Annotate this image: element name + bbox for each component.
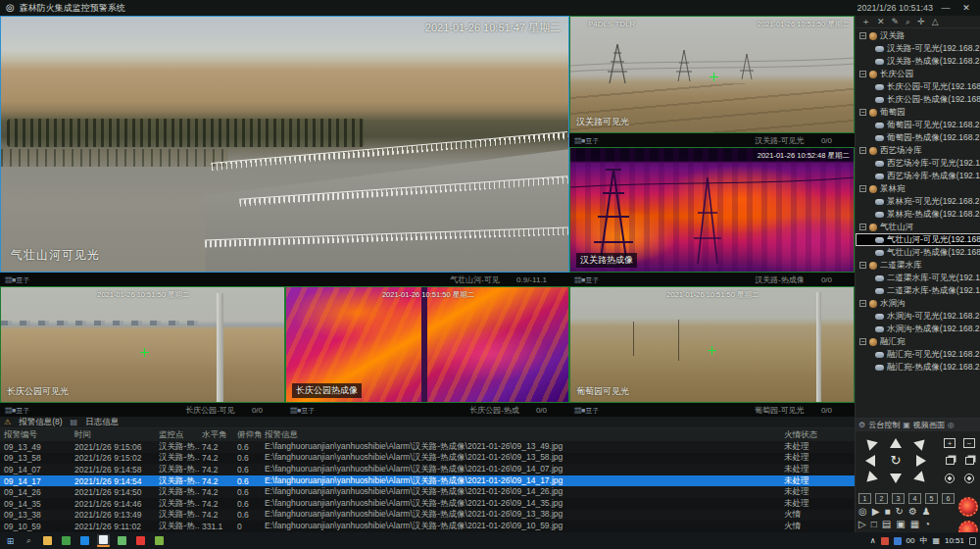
video-cell-cam5[interactable]: 2021-01-26 10:51:50 星期二 长庆公园热成像 ▦■亘子 长庆公… xyxy=(285,286,569,417)
collapse-icon[interactable]: − xyxy=(859,262,866,269)
tray-icon-red[interactable] xyxy=(881,537,889,545)
taskbar-app-blue[interactable] xyxy=(78,534,91,547)
tree-camera-item[interactable]: 二道渠水库-可见光(192.168.2.73) xyxy=(856,272,980,284)
ptz-right-button[interactable] xyxy=(916,455,926,467)
tree-camera-item[interactable]: 气壮山河-热成像(192.168.2.63) xyxy=(856,246,980,259)
cruise-start-icon[interactable]: ▶ xyxy=(872,506,880,518)
video-screen-cam6[interactable]: 2021-01-26 10:51:50 星期二 葡萄园可见光 xyxy=(569,286,855,403)
gear-icon[interactable]: ⚙ xyxy=(858,421,865,429)
zoom-in-button[interactable] xyxy=(946,457,955,465)
alarm-row-09_14_35[interactable]: 09_14_352021/1/26 9:14:46汉关路-热..74.20.6E… xyxy=(0,498,855,510)
snapshot-icon[interactable]: ▦ xyxy=(574,407,581,414)
start-button[interactable]: ⊞ xyxy=(4,534,17,547)
alarm-column-header[interactable]: 火情状态 xyxy=(784,429,855,441)
scan-icon[interactable]: ↻ xyxy=(895,506,903,518)
ptz-up-left-button[interactable] xyxy=(862,435,878,451)
preset-button-4[interactable]: 4 xyxy=(908,493,921,504)
cruise-stop-icon[interactable]: ■ xyxy=(884,506,890,518)
video-screen-cam4[interactable]: 2021-01-26 10:51:50 星期二 长庆公园可见光 xyxy=(0,286,285,403)
clock[interactable]: 10:51 xyxy=(945,536,964,545)
video-screen-cam5[interactable]: 2021-01-26 10:51:50 星期二 长庆公园热成像 xyxy=(285,286,569,403)
tree-group-4[interactable]: −景林宛 xyxy=(856,182,980,195)
tree-camera-item[interactable]: 景林宛-热成像(192.168.2.53) xyxy=(856,208,980,221)
touch-keyboard-icon[interactable]: ▦ xyxy=(932,536,940,545)
tree-group-7[interactable]: −水洞沟 xyxy=(856,297,980,310)
sub-stream-icon[interactable]: 子 xyxy=(592,137,599,144)
settings-icon[interactable]: ⚙ xyxy=(908,506,917,518)
taskbar-search-icon[interactable]: ⌕ xyxy=(23,534,35,547)
tree-camera-item[interactable]: 长庆公园-热成像(192.168.2.23) xyxy=(856,93,980,106)
taskbar-app-green2[interactable] xyxy=(116,534,128,547)
snapshot2-icon[interactable]: ▣ xyxy=(896,519,905,530)
taskbar-app-red[interactable] xyxy=(134,534,147,547)
video-cell-main[interactable]: 2021-01-26 10:51:47 星期二 气壮山河可见光 ▦■亘子 气壮山… xyxy=(0,16,569,286)
patrol-icon[interactable]: ♟ xyxy=(922,506,931,518)
tree-camera-item[interactable]: 葡萄园-可见光(192.168.2.33) xyxy=(856,119,980,131)
alarm-row-09_10_59[interactable]: 09_10_592021/1/26 9:11:02汉关路-热..331.10E:… xyxy=(0,521,855,532)
taskbar-app-active-monitor[interactable] xyxy=(97,534,110,547)
file-explorer-icon[interactable] xyxy=(41,534,54,547)
iris-open-button[interactable] xyxy=(945,474,955,483)
ptz-left-button[interactable] xyxy=(865,455,875,467)
preset-button-3[interactable]: 3 xyxy=(892,493,905,504)
snapshot-icon[interactable]: ▦ xyxy=(574,276,581,283)
ime-number-badge[interactable]: 00 xyxy=(906,536,915,545)
collapse-icon[interactable]: − xyxy=(859,71,866,77)
record-dot-icon[interactable]: ◎ xyxy=(948,421,955,429)
snapshot-icon[interactable]: ▦ xyxy=(574,137,581,144)
video-screen-main[interactable]: 2021-01-26 10:51:47 星期二 气壮山河可见光 xyxy=(0,16,569,273)
collapse-icon[interactable]: − xyxy=(859,185,866,192)
tree-camera-item[interactable]: 气壮山河-可见光(192.168.2.63) xyxy=(856,233,980,246)
sub-stream-icon[interactable]: 子 xyxy=(23,276,29,283)
taskbar-app-green[interactable] xyxy=(60,534,73,547)
schedule-icon[interactable]: ▦ xyxy=(910,519,919,530)
monitor-icon[interactable]: ▣ xyxy=(903,421,910,429)
alarm-row-09_13_58[interactable]: 09_13_582021/1/26 9:15:02汉关路-热..74.20.6E… xyxy=(0,453,855,465)
tree-camera-item[interactable]: 景林宛-可见光(192.168.2.53) xyxy=(856,195,980,208)
preset-button-6[interactable]: 6 xyxy=(942,493,955,504)
tab-log-info[interactable]: 日志信息 xyxy=(85,417,119,428)
tree-camera-item[interactable]: 西艺场冷库-可见光(192.168.2.43) xyxy=(856,157,980,170)
video-cell-cam3[interactable]: 2021-01-26 10:52:48 星期二 汉关路热成像 ▦■亘子 汉关路-… xyxy=(569,147,855,286)
ptz-down-left-button[interactable] xyxy=(862,471,878,486)
collapse-icon[interactable]: − xyxy=(859,338,866,345)
alarm-row-09_14_17[interactable]: 09_14_172021/1/26 9:14:54汉关路-热..74.20.6E… xyxy=(0,475,855,487)
preset-call-icon[interactable]: ◎ xyxy=(858,506,867,518)
close-button[interactable]: ✕ xyxy=(958,3,974,13)
compass-icon[interactable]: ◔ xyxy=(924,519,930,530)
tab-alarm-info[interactable]: 报警信息(8) xyxy=(19,417,62,428)
tree-camera-item[interactable]: 汉关路-可见光(192.168.2.13) xyxy=(856,42,980,55)
tree-group-2[interactable]: −葡萄园 xyxy=(856,106,980,119)
ime-language-indicator[interactable]: 中 xyxy=(919,535,927,546)
ptz-auto-rotate-button[interactable]: ↻ xyxy=(888,453,905,470)
snapshot-icon[interactable]: ▦ xyxy=(5,407,12,414)
ptz-up-button[interactable] xyxy=(890,438,902,448)
tree-camera-item[interactable]: 融汇宛-热成像(192.168.2.93) xyxy=(856,361,980,374)
alarm-column-header[interactable]: 水平角 xyxy=(202,429,237,441)
alarm-row-09_14_26[interactable]: 09_14_262021/1/26 9:14:50汉关路-热..74.20.6E… xyxy=(0,486,855,498)
taskbar-app-green3[interactable] xyxy=(153,534,166,547)
video-cell-cam4[interactable]: 2021-01-26 10:51:50 星期二 长庆公园可见光 ▦■亘子 长庆公… xyxy=(0,286,285,417)
alarm-column-header[interactable]: 俯仰角 xyxy=(237,429,265,441)
focus-plus-button[interactable]: + xyxy=(944,438,956,448)
sub-stream-icon[interactable]: 子 xyxy=(23,407,29,414)
sub-stream-icon[interactable]: 子 xyxy=(592,276,599,283)
sub-stream-icon[interactable]: 子 xyxy=(592,407,599,414)
alarm-row-09_13_38[interactable]: 09_13_382021/1/26 9:13:49汉关路-热..74.20.6E… xyxy=(0,510,855,522)
tree-camera-item[interactable]: 长庆公园-可见光(192.168.2.23) xyxy=(856,80,980,93)
tree-group-0[interactable]: −汉关路 xyxy=(856,29,980,42)
notification-center-icon[interactable] xyxy=(969,537,976,545)
snapshot-icon[interactable]: ▦ xyxy=(290,407,297,414)
ptz-down-right-button[interactable] xyxy=(913,471,929,486)
ptz-down-button[interactable] xyxy=(890,474,902,483)
layers-icon[interactable]: ▤ xyxy=(882,519,891,530)
ptz-up-right-button[interactable] xyxy=(913,435,929,451)
focus-minus-button[interactable]: − xyxy=(963,438,975,448)
delete-icon[interactable]: ✕ xyxy=(877,17,885,26)
alarm-column-header[interactable]: 监控点 xyxy=(159,429,202,441)
tree-group-1[interactable]: −长庆公园 xyxy=(856,68,980,80)
play-icon[interactable]: ▷ xyxy=(858,519,866,530)
tree-group-5[interactable]: −气壮山河 xyxy=(856,221,980,233)
tree-group-3[interactable]: −西艺场冷库 xyxy=(856,144,980,157)
video-view-label[interactable]: 视频画面 xyxy=(913,420,945,430)
